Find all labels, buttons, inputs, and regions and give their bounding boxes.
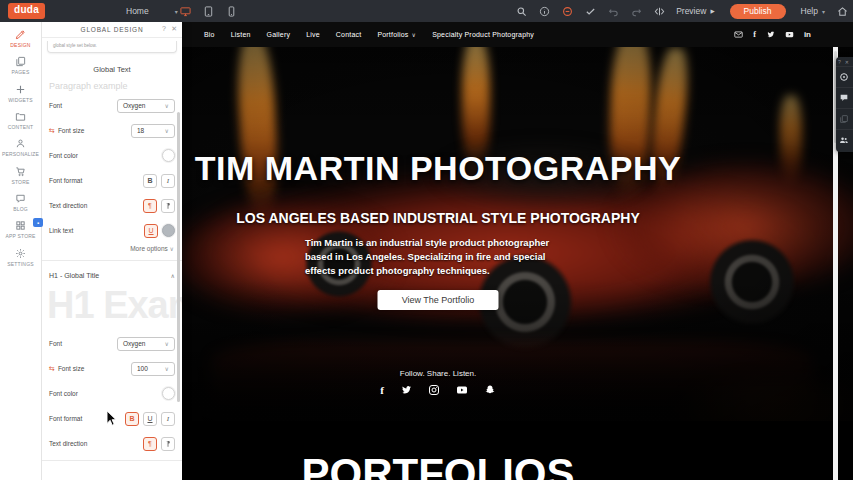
sidebar-label: DESIGN [10, 42, 30, 48]
follow-share-listen-text: Follow. Share. Listen. [182, 369, 694, 378]
instagram-icon[interactable] [428, 384, 440, 396]
h1-font-format-label: Font format [49, 415, 82, 422]
comments-tool[interactable] [836, 87, 853, 108]
font-size-select[interactable]: 18 ∨ [131, 124, 175, 138]
close-icon[interactable]: ✕ [845, 59, 849, 65]
h1-bold-button[interactable]: B [125, 412, 139, 426]
hero-content: TIM MARTIN PHOTOGRAPHY LOS ANGELES BASED… [182, 47, 694, 421]
sidebar-item-settings[interactable]: SETTINGS [0, 243, 41, 270]
info-icon[interactable] [538, 5, 550, 17]
pages-tool[interactable] [836, 108, 853, 129]
link-color-swatch[interactable] [162, 224, 175, 237]
sidebar-label: SETTINGS [7, 261, 34, 267]
hero-title[interactable]: TIM MARTIN PHOTOGRAPHY [182, 149, 694, 188]
nav-link-gallery[interactable]: Gallery [259, 31, 299, 38]
sidebar-label: WIDGETS [8, 97, 33, 103]
direction-rtl-button[interactable]: ¶ [161, 199, 175, 213]
help-icon[interactable]: ? [162, 25, 166, 32]
font-size-label: Font size [58, 127, 84, 134]
divider [42, 460, 182, 461]
font-color-swatch[interactable] [162, 149, 175, 162]
facebook-icon[interactable]: f [380, 384, 384, 396]
h1-italic-button[interactable]: I [161, 412, 175, 426]
chevron-down-icon: ∨ [165, 102, 169, 109]
h1-font-value: Oxygen [123, 340, 145, 347]
h1-font-size-label: Font size [58, 365, 84, 372]
more-options-link[interactable]: More options ∨ [42, 243, 182, 256]
help-menu[interactable]: Help [801, 6, 818, 16]
direction-ltr-button[interactable]: ¶ [143, 199, 157, 213]
email-icon[interactable] [734, 30, 743, 39]
plus-icon [15, 84, 26, 95]
team-tool[interactable] [836, 129, 853, 150]
view-portfolio-button[interactable]: View The Portfolio [378, 290, 499, 310]
h1-text-direction-row: Text direction ¶ ¶ [42, 431, 182, 456]
h1-font-size-select[interactable]: 100 ∨ [131, 362, 175, 376]
text-direction-row: Text direction ¶ ¶ [42, 193, 182, 218]
sidebar-item-content[interactable]: CONTENT [0, 107, 41, 134]
dashboard-home-icon[interactable] [836, 5, 848, 17]
h1-font-color-swatch[interactable] [162, 387, 175, 400]
sidebar-item-personalize[interactable]: PERSONALIZE [0, 134, 41, 161]
duda-logo[interactable]: duda [8, 3, 45, 19]
nav-link-portfolios[interactable]: Portfolios ∨ [369, 31, 424, 38]
nav-link-bio[interactable]: Bio [196, 31, 223, 38]
hero-paragraph[interactable]: Tim Martin is an industrial style produc… [305, 236, 571, 277]
desktop-view-icon[interactable] [179, 5, 191, 17]
font-size-row: ⇆ Font size 18 ∨ [42, 118, 182, 143]
h1-font-select[interactable]: Oxygen ∨ [117, 337, 175, 351]
redo-icon[interactable] [630, 5, 642, 17]
close-icon[interactable]: ✕ [171, 25, 177, 33]
h1-section-header[interactable]: H1 - Global Title ∧ [42, 265, 182, 285]
comments-off-icon[interactable] [561, 5, 573, 17]
tablet-view-icon[interactable] [202, 5, 214, 17]
h1-direction-rtl-button[interactable]: ¶ [161, 437, 175, 451]
link-text-row: Link text U [42, 218, 182, 243]
sidebar-item-design[interactable]: DESIGN [0, 25, 41, 52]
preview-button[interactable]: Preview [676, 6, 706, 16]
font-select[interactable]: Oxygen ∨ [117, 99, 175, 113]
page-selector[interactable]: Home [126, 6, 149, 16]
undo-icon[interactable] [607, 5, 619, 17]
search-icon[interactable] [515, 5, 527, 17]
h1-font-label: Font [49, 340, 62, 347]
nav-link-listen[interactable]: Listen [223, 31, 259, 38]
portfolios-title[interactable]: PORTFOLIOS [182, 450, 694, 480]
sidebar-item-blog[interactable]: BLOG [0, 189, 41, 216]
paragraph-style-preview: Paragraph example [49, 81, 182, 93]
sidebar-label: PERSONALIZE [2, 151, 39, 157]
saved-check-icon[interactable] [584, 5, 596, 17]
sidebar-item-widgets[interactable]: WIDGETS [0, 80, 41, 107]
link-underline-button[interactable]: U [144, 224, 158, 238]
bold-button[interactable]: B [143, 174, 157, 188]
nav-link-label: Portfolios [377, 31, 408, 38]
paintbrush-icon [15, 29, 26, 40]
sidebar-item-pages[interactable]: PAGES [0, 52, 41, 79]
twitter-icon[interactable] [400, 384, 412, 396]
h1-direction-ltr-button[interactable]: ¶ [143, 437, 157, 451]
publish-button[interactable]: Publish [730, 4, 786, 19]
nav-link-contact[interactable]: Contact [328, 31, 370, 38]
chevron-down-icon: ∨ [165, 127, 169, 134]
panel-scrollbar[interactable] [177, 112, 180, 402]
capture-tool[interactable] [836, 66, 853, 87]
scrolled-info-card: global style set below. [47, 41, 177, 53]
nav-link-specialty[interactable]: Specialty Product Photography [424, 31, 542, 38]
sidebar-item-store[interactable]: STORE [0, 161, 41, 188]
snapchat-icon[interactable] [484, 384, 496, 396]
youtube-icon[interactable] [785, 30, 794, 39]
linkedin-icon[interactable]: in [804, 31, 811, 39]
mobile-view-icon[interactable] [225, 5, 237, 17]
hero-subtitle[interactable]: LOS ANGELES BASED INDUSTRIAL STYLE PHOTO… [182, 210, 694, 226]
twitter-icon[interactable] [766, 30, 775, 39]
nav-link-live[interactable]: Live [298, 31, 328, 38]
h1-underline-button[interactable]: U [143, 412, 157, 426]
italic-button[interactable]: I [161, 174, 175, 188]
youtube-icon[interactable] [456, 384, 468, 396]
help-icon[interactable]: ? [838, 59, 841, 65]
chevron-down-icon: ∨ [165, 340, 169, 347]
facebook-icon[interactable]: f [753, 31, 756, 39]
font-size-value: 18 [137, 127, 144, 134]
dev-mode-icon[interactable] [653, 5, 665, 17]
sidebar-item-app-store[interactable]: ▪ APP STORE [0, 216, 41, 243]
